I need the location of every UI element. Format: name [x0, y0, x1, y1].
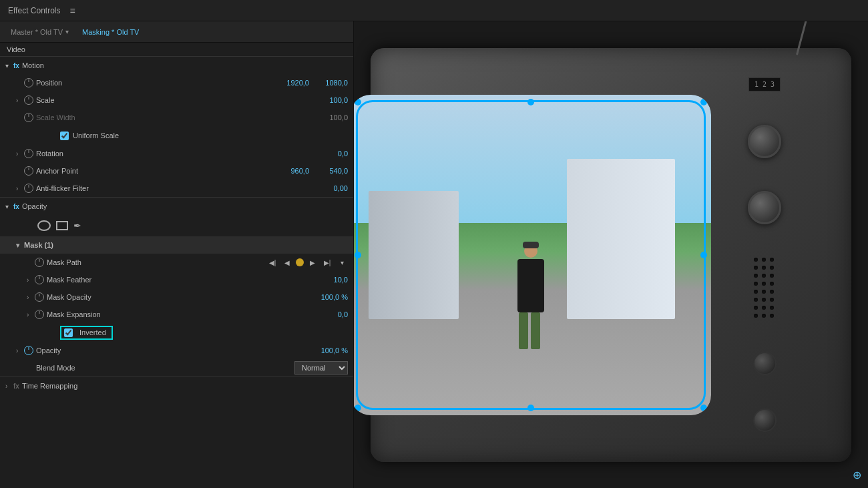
position-label: Position — [36, 79, 276, 87]
anchor-point-y[interactable]: 540,0 — [314, 167, 348, 175]
left-panel: Master * Old TV ▾ Masking * Old TV Video… — [0, 21, 354, 488]
anti-flicker-stopwatch[interactable] — [24, 184, 33, 193]
speaker-dot — [754, 282, 758, 286]
uniform-scale-checkbox[interactable] — [60, 132, 69, 140]
mask-opacity-row: › Mask Opacity 100,0 % — [0, 288, 353, 306]
speaker-dot — [762, 298, 766, 302]
scale-width-label: Scale Width — [36, 113, 314, 121]
speaker-dot — [754, 298, 758, 302]
anchor-point-label: Anchor Point — [36, 167, 276, 175]
mask-expansion-row: › Mask Expansion 0,0 — [0, 306, 353, 323]
anchor-point-x[interactable]: 960,0 — [276, 167, 309, 175]
mask-path-controls: ◀| ◀ ▶ ▶| ▾ — [266, 256, 348, 268]
scale-width-row: Scale Width 100,0 — [0, 109, 353, 126]
scale-stopwatch[interactable] — [24, 95, 33, 105]
opacity-stopwatch[interactable] — [24, 346, 33, 355]
mask-path-label: Mask Path — [47, 258, 266, 266]
opacity-val-expand[interactable]: › — [16, 347, 24, 354]
mask-feather-expand[interactable]: › — [27, 276, 35, 284]
channel-display: 1 2 3 — [748, 77, 781, 91]
mask-opacity-stopwatch[interactable] — [35, 292, 44, 302]
rotation-expand[interactable]: › — [16, 150, 24, 158]
tab-master-old-tv[interactable]: Master * Old TV ▾ — [5, 25, 74, 39]
person-legs — [519, 312, 543, 349]
position-y[interactable]: 1080,0 — [314, 79, 348, 87]
mask-path-stopwatch[interactable] — [35, 258, 44, 267]
uniform-scale-row: Uniform Scale — [0, 126, 353, 145]
inverted-checkbox[interactable] — [64, 328, 73, 337]
person-head — [524, 244, 537, 258]
channel-readout: 1 2 3 — [748, 77, 781, 91]
speaker-dot — [770, 314, 774, 318]
tv-screen-area — [354, 95, 711, 415]
mask-expansion-label: Mask Expansion — [47, 310, 314, 318]
person-coat — [517, 259, 544, 312]
rotation-stopwatch[interactable] — [24, 149, 33, 158]
knob-1[interactable] — [748, 125, 781, 158]
pen-tool-icon[interactable]: ✒ — [73, 220, 81, 231]
knob-2[interactable] — [748, 191, 781, 224]
fit-icon[interactable]: ⊕ — [853, 469, 861, 481]
mask-opacity-value[interactable]: 100,0 % — [314, 293, 348, 301]
speaker-dot — [754, 306, 758, 310]
anti-flicker-value[interactable]: 0,00 — [314, 184, 348, 192]
ellipse-tool-icon[interactable] — [37, 220, 51, 231]
mask-1-header[interactable]: ▾ Mask (1) — [0, 236, 353, 254]
anti-flicker-expand[interactable]: › — [16, 185, 24, 192]
building-left — [369, 191, 459, 319]
person-hair — [523, 242, 539, 248]
main-layout: Master * Old TV ▾ Masking * Old TV Video… — [0, 21, 868, 488]
menu-icon[interactable]: ≡ — [69, 5, 75, 16]
mask-expansion-value[interactable]: 0,0 — [314, 310, 348, 318]
tab-masking-old-tv[interactable]: Masking * Old TV — [77, 25, 144, 39]
blend-mode-select[interactable]: Normal Multiply Screen Overlay — [294, 361, 348, 375]
position-x[interactable]: 1920,0 — [276, 79, 309, 87]
time-remapping-row[interactable]: › fx Time Remapping — [0, 377, 353, 395]
mask-opacity-label: Mask Opacity — [47, 293, 314, 301]
mask-feather-value[interactable]: 10,0 — [314, 276, 348, 284]
rotation-value[interactable]: 0,0 — [314, 150, 348, 158]
knob-small-2[interactable] — [753, 409, 777, 432]
inverted-row: Inverted — [0, 323, 353, 342]
fx-badge-motion: fx — [13, 62, 19, 69]
scale-expand[interactable]: › — [16, 97, 24, 104]
scale-width-value: 100,0 — [314, 113, 348, 121]
opacity-section-header[interactable]: ▾ fx Opacity — [0, 198, 353, 215]
motion-section-header[interactable]: ▾ fx Motion — [0, 57, 353, 74]
right-panel: 1 2 3 — [354, 21, 868, 488]
speaker-dot — [762, 266, 766, 270]
rect-tool-icon[interactable] — [56, 221, 68, 230]
mask-path-btn-next[interactable]: ▶| — [321, 256, 333, 268]
position-stopwatch[interactable] — [24, 78, 33, 87]
mask-feather-label: Mask Feather — [47, 276, 314, 284]
speaker-dot — [762, 306, 766, 310]
title-bar: Effect Controls ≡ — [0, 0, 868, 21]
anti-flicker-label: Anti-flicker Filter — [36, 184, 314, 192]
anchor-point-row: Anchor Point 960,0 540,0 — [0, 162, 353, 180]
mask-expansion-stopwatch[interactable] — [35, 310, 44, 319]
speaker-dot — [754, 274, 758, 278]
scale-width-stopwatch[interactable] — [24, 113, 33, 122]
tv-controls: 1 2 3 — [711, 48, 818, 462]
motion-label: Motion — [22, 61, 348, 69]
mask-path-btn-prev[interactable]: ◀ — [281, 256, 293, 268]
mask-opacity-expand[interactable]: › — [27, 294, 35, 301]
time-remap-label: Time Remapping — [22, 382, 348, 390]
mask-expansion-expand[interactable]: › — [27, 311, 35, 318]
mask-feather-stopwatch[interactable] — [35, 275, 44, 284]
opacity-section-label: Opacity — [22, 202, 348, 210]
scale-value[interactable]: 100,0 — [314, 96, 348, 104]
opacity-val-value[interactable]: 100,0 % — [314, 346, 348, 354]
mask-path-btn-more[interactable]: ▾ — [336, 256, 348, 268]
fx-badge-time-remap: fx — [13, 383, 19, 390]
building-right — [567, 159, 675, 319]
mask-path-dot — [296, 258, 304, 266]
mask-path-btn-play[interactable]: ▶ — [306, 256, 318, 268]
mask-path-btn-rewind[interactable]: ◀| — [266, 256, 278, 268]
speaker-grid — [754, 258, 775, 319]
person-leg-left — [519, 312, 528, 349]
anchor-point-stopwatch[interactable] — [24, 166, 33, 176]
time-remap-expand[interactable]: › — [5, 383, 13, 390]
video-section-label: Video — [0, 43, 353, 56]
knob-small-1[interactable] — [753, 352, 777, 375]
